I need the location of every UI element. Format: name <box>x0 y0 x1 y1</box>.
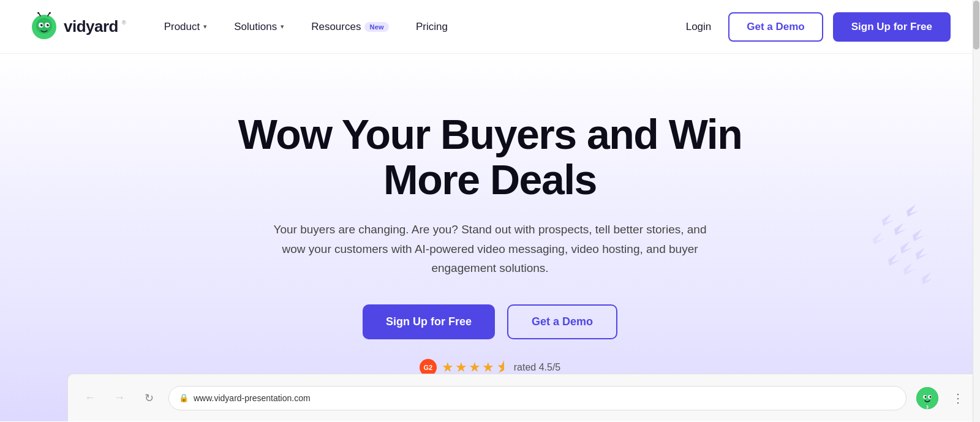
nav-item-resources[interactable]: Resources New <box>298 15 402 39</box>
lock-icon: 🔒 <box>179 393 189 402</box>
nav-item-solutions[interactable]: Solutions ▾ <box>221 15 298 39</box>
navbar: vidyard ® Product ▾ Solutions ▾ Resource… <box>0 0 980 54</box>
svg-point-16 <box>930 396 932 398</box>
nav-right: Login Get a Demo Sign Up for Free <box>679 12 951 42</box>
logo-icon <box>29 12 59 42</box>
refresh-button[interactable]: ↻ <box>139 388 159 408</box>
g2-label: G2 <box>423 364 432 371</box>
signup-button[interactable]: Sign Up for Free <box>833 12 951 42</box>
hero-signup-button[interactable]: Sign Up for Free <box>363 304 495 339</box>
scrollbar-thumb[interactable] <box>973 1 979 50</box>
nav-item-product[interactable]: Product ▾ <box>151 15 221 39</box>
url-text: www.vidyard-presentation.com <box>194 393 311 403</box>
scrollbar[interactable] <box>973 0 980 422</box>
hero-section: Wow Your Buyers and Win More Deals Your … <box>0 54 980 421</box>
decorative-birds <box>809 198 931 323</box>
get-demo-button[interactable]: Get a Demo <box>728 12 823 42</box>
hero-subtitle: Your buyers are changing. Are you? Stand… <box>263 220 717 277</box>
browser-menu-button[interactable]: ⋮ <box>948 388 968 408</box>
chevron-down-icon: ▾ <box>203 23 207 31</box>
chevron-down-icon: ▾ <box>281 23 284 31</box>
browser-bar: ← → ↻ 🔒 www.vidyard-presentation.com 3 ⋮ <box>67 374 980 421</box>
hero-title: Wow Your Buyers and Win More Deals <box>214 111 766 203</box>
login-link[interactable]: Login <box>679 16 719 38</box>
svg-point-10 <box>42 24 43 25</box>
nav-links: Product ▾ Solutions ▾ Resources New Pric… <box>151 15 679 39</box>
forward-button[interactable]: → <box>110 388 129 408</box>
svg-point-11 <box>48 24 49 25</box>
new-badge: New <box>364 22 389 32</box>
back-button[interactable]: ← <box>80 388 100 408</box>
hero-demo-button[interactable]: Get a Demo <box>507 304 617 339</box>
browser-avatar: 3 <box>916 387 938 409</box>
rating-text: rated 4.5/5 <box>514 362 561 373</box>
nav-item-pricing[interactable]: Pricing <box>402 15 461 39</box>
hero-buttons: Sign Up for Free Get a Demo <box>363 304 617 339</box>
svg-point-1 <box>36 18 52 34</box>
logo-text: vidyard <box>64 17 118 36</box>
svg-point-15 <box>925 396 927 398</box>
svg-text:3: 3 <box>926 405 929 409</box>
logo[interactable]: vidyard ® <box>29 12 126 42</box>
url-bar[interactable]: 🔒 www.vidyard-presentation.com <box>168 386 907 410</box>
